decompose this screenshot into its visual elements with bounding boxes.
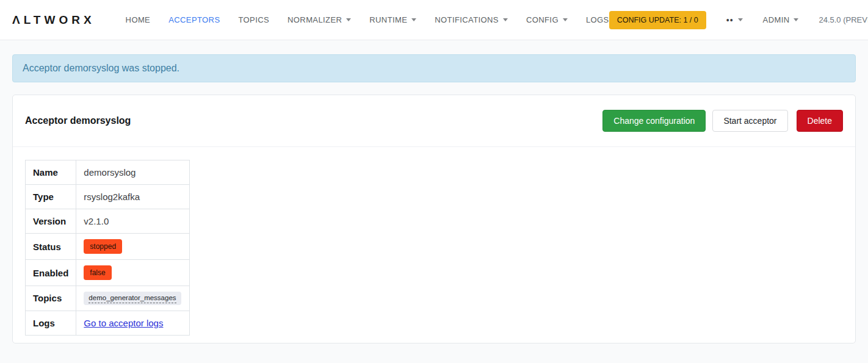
info-alert: Acceptor demorsyslog was stopped. — [12, 54, 856, 82]
admin-menu-label: ADMIN — [763, 15, 790, 24]
table-row-type: Type rsyslog2kafka — [26, 185, 190, 209]
navbar-right-group: CONFIG UPDATE: 1 / 0 •• ADMIN 24.5.0 (PR… — [609, 11, 868, 29]
nav-item-label: NORMALIZER — [288, 15, 342, 24]
change-configuration-button[interactable]: Change configuration — [602, 110, 706, 132]
enabled-badge: false — [84, 265, 111, 280]
chevron-down-icon — [411, 18, 416, 21]
acceptor-details-table: Name demorsyslog Type rsyslog2kafka Vers… — [25, 160, 190, 336]
type-value: rsyslog2kafka — [76, 185, 190, 209]
nav-item-home[interactable]: HOME — [126, 15, 151, 24]
nav-item-logs[interactable]: LOGS — [586, 15, 609, 24]
chevron-down-icon — [738, 18, 743, 21]
table-row-name: Name demorsyslog — [26, 160, 190, 185]
chevron-down-icon — [794, 18, 798, 21]
nav-item-label: RUNTIME — [369, 15, 407, 24]
row-label: Name — [26, 160, 76, 185]
config-update-badge[interactable]: CONFIG UPDATE: 1 / 0 — [609, 11, 706, 29]
nav-item-normalizer[interactable]: NORMALIZER — [288, 15, 351, 24]
row-label: Logs — [26, 311, 76, 335]
nav-item-notifications[interactable]: NOTIFICATIONS — [435, 15, 508, 24]
acceptor-logs-link[interactable]: Go to acceptor logs — [84, 318, 163, 328]
nav-item-acceptors[interactable]: ACCEPTORS — [168, 15, 220, 24]
name-value: demorsyslog — [76, 160, 190, 185]
page-title: Acceptor demorsyslog — [25, 115, 131, 126]
table-row-topics: Topics demo_generator_messages — [26, 286, 190, 311]
version-label: 24.5.0 (PREVIEW/DEV) — [819, 15, 868, 24]
page-content: Acceptor demorsyslog was stopped. Accept… — [0, 40, 868, 343]
topic-badge[interactable]: demo_generator_messages — [84, 292, 181, 305]
brand-logo[interactable]: ΛLTWORX — [12, 13, 95, 27]
status-badge: stopped — [84, 239, 122, 254]
row-label: Type — [26, 185, 76, 209]
start-acceptor-button[interactable]: Start acceptor — [712, 110, 787, 132]
row-label: Version — [26, 209, 76, 234]
acceptor-detail-card: Acceptor demorsyslog Change configuratio… — [12, 95, 856, 343]
chevron-down-icon — [346, 18, 351, 21]
table-row-logs: Logs Go to acceptor logs — [26, 311, 190, 335]
nav-item-config[interactable]: CONFIG — [526, 15, 568, 24]
nav-item-topics[interactable]: TOPICS — [238, 15, 269, 24]
row-label: Topics — [26, 286, 76, 311]
table-row-version: Version v2.1.0 — [26, 209, 190, 234]
card-actions: Change configuration Start acceptor Dele… — [602, 110, 843, 132]
admin-user-menu[interactable]: ADMIN — [763, 15, 799, 24]
main-nav: HOME ACCEPTORS TOPICS NORMALIZER RUNTIME… — [126, 15, 609, 24]
row-label: Enabled — [26, 260, 76, 286]
dots-icon: •• — [726, 15, 734, 25]
table-row-enabled: Enabled false — [26, 260, 190, 286]
nav-item-label: CONFIG — [526, 15, 559, 24]
card-header: Acceptor demorsyslog Change configuratio… — [13, 95, 855, 147]
chevron-down-icon — [563, 18, 568, 21]
chevron-down-icon — [503, 18, 508, 21]
alert-message: Acceptor demorsyslog was stopped. — [23, 63, 179, 73]
dots-dropdown-menu[interactable]: •• — [726, 15, 743, 25]
table-row-status: Status stopped — [26, 234, 190, 260]
nav-item-label: NOTIFICATIONS — [435, 15, 499, 24]
card-body: Name demorsyslog Type rsyslog2kafka Vers… — [13, 147, 855, 343]
top-navbar: ΛLTWORX HOME ACCEPTORS TOPICS NORMALIZER… — [0, 0, 868, 40]
topic-badge-label: demo_generator_messages — [89, 294, 176, 303]
nav-item-runtime[interactable]: RUNTIME — [369, 15, 416, 24]
row-label: Status — [26, 234, 76, 260]
version-value: v2.1.0 — [76, 209, 190, 234]
delete-button[interactable]: Delete — [797, 110, 843, 132]
